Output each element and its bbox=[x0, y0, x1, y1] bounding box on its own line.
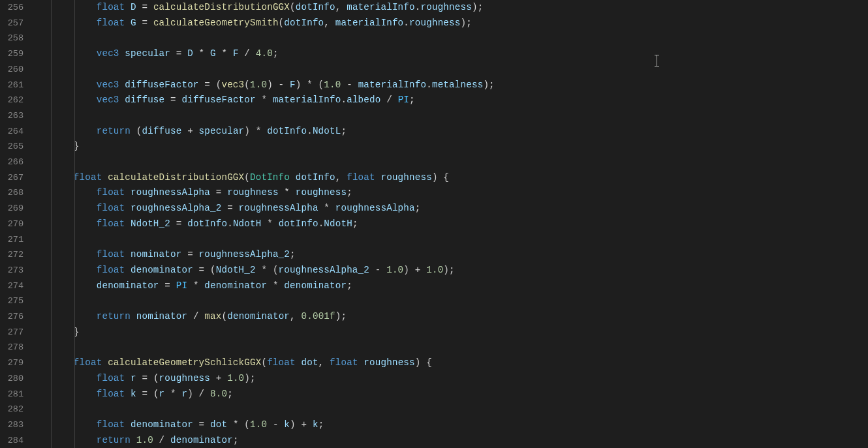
token: k bbox=[131, 389, 136, 399]
indent-guide bbox=[51, 0, 52, 448]
token: * bbox=[164, 389, 181, 399]
code-line[interactable]: float nominator = roughnessAlpha_2; bbox=[51, 247, 868, 263]
token: , bbox=[290, 311, 301, 321]
token: diffuseFactor bbox=[125, 80, 198, 90]
token: ); bbox=[483, 80, 494, 90]
token: ; bbox=[233, 435, 239, 445]
line-number-gutter: 2562572582592602612622632642652662672682… bbox=[0, 0, 35, 448]
token: D bbox=[131, 2, 136, 12]
code-content[interactable]: float D = calculateDistributionGGX(dotIn… bbox=[35, 0, 868, 448]
code-line[interactable]: float denominator = (NdotH_2 * (roughnes… bbox=[51, 263, 868, 278]
token: . bbox=[227, 218, 233, 229]
token: diffuse bbox=[142, 126, 181, 136]
token: roughnessAlpha_2 bbox=[279, 265, 369, 275]
token: * ( bbox=[227, 419, 250, 430]
code-line[interactable]: float roughnessAlpha_2 = roughnessAlpha … bbox=[51, 201, 868, 217]
token: } bbox=[51, 141, 80, 151]
token: ; bbox=[347, 280, 352, 291]
token: 1.0 bbox=[250, 419, 267, 430]
token: ; bbox=[415, 203, 421, 213]
token: F bbox=[290, 80, 296, 90]
token: dotInfo bbox=[279, 218, 318, 229]
code-line[interactable]: float r = (roughness + 1.0); bbox=[51, 371, 868, 387]
token: ; bbox=[352, 218, 358, 229]
token: ) { bbox=[415, 357, 432, 368]
token: = ( bbox=[193, 265, 216, 275]
code-line[interactable]: float roughnessAlpha = roughness * rough… bbox=[51, 185, 868, 201]
token: NdotH_2 bbox=[131, 218, 170, 229]
code-line[interactable]: denominator = PI * denominator * denomin… bbox=[51, 278, 868, 294]
token: materialInfo bbox=[358, 80, 427, 90]
code-line[interactable] bbox=[51, 293, 868, 309]
code-line[interactable]: vec3 diffuseFactor = (vec3(1.0) - F) * (… bbox=[51, 78, 868, 93]
token: DotInfo bbox=[250, 172, 290, 183]
token: return bbox=[97, 435, 131, 445]
code-line[interactable] bbox=[51, 340, 868, 355]
code-line[interactable]: vec3 diffuse = diffuseFactor * materialI… bbox=[51, 93, 868, 108]
code-line[interactable]: return nominator / max(denominator, 0.00… bbox=[51, 309, 868, 325]
code-line[interactable]: float NdotH_2 = dotInfo.NdotH * dotInfo.… bbox=[51, 217, 868, 232]
token: - bbox=[341, 80, 358, 90]
line-number: 261 bbox=[5, 78, 23, 93]
token: return bbox=[97, 126, 131, 136]
token: ( bbox=[244, 80, 250, 90]
code-editor[interactable]: 2562572582592602612622632642652662672682… bbox=[0, 0, 868, 448]
code-line[interactable]: float G = calculateGeometrySmith(dotInfo… bbox=[51, 16, 868, 31]
token: - bbox=[267, 419, 284, 430]
token: + bbox=[210, 373, 227, 383]
token bbox=[131, 311, 136, 321]
token: ) { bbox=[432, 172, 449, 183]
token bbox=[125, 218, 131, 229]
token: = ( bbox=[136, 389, 159, 399]
token: specular bbox=[199, 126, 245, 136]
token: float bbox=[97, 2, 125, 12]
token bbox=[51, 265, 97, 275]
line-number: 260 bbox=[5, 62, 23, 78]
token bbox=[51, 187, 97, 198]
code-line[interactable]: vec3 specular = D * G * F / 4.0; bbox=[51, 46, 868, 62]
token: ( bbox=[244, 172, 250, 183]
code-line[interactable] bbox=[51, 232, 868, 248]
line-number: 281 bbox=[5, 387, 23, 402]
token: float bbox=[97, 187, 125, 198]
code-line[interactable]: float denominator = dot * (1.0 - k) + k; bbox=[51, 417, 868, 433]
token bbox=[51, 95, 97, 105]
code-line[interactable]: float calculateGeometrySchlickGGX(float … bbox=[51, 355, 868, 371]
token: = bbox=[159, 280, 176, 291]
token: ( bbox=[261, 357, 267, 368]
code-line[interactable]: } bbox=[51, 139, 868, 155]
code-line[interactable] bbox=[51, 62, 868, 78]
token: = bbox=[181, 249, 198, 260]
token: ); bbox=[443, 265, 454, 275]
code-line[interactable]: return (diffuse + specular) * dotInfo.Nd… bbox=[51, 124, 868, 140]
code-line[interactable]: float calculateDistributionGGX(DotInfo d… bbox=[51, 170, 868, 186]
token: calculateDistributionGGX bbox=[153, 2, 290, 12]
token bbox=[125, 203, 131, 213]
token bbox=[102, 172, 108, 183]
token: NdotL bbox=[313, 126, 341, 136]
token: - bbox=[369, 265, 386, 275]
code-line[interactable] bbox=[51, 155, 868, 170]
indent-guide bbox=[74, 0, 75, 448]
token: ) * bbox=[244, 126, 267, 136]
token: k bbox=[313, 419, 318, 430]
code-line[interactable] bbox=[51, 108, 868, 124]
token: vec3 bbox=[221, 80, 244, 90]
token bbox=[102, 357, 108, 368]
token: D bbox=[187, 48, 193, 59]
token: denominator bbox=[170, 435, 233, 445]
token: 8.0 bbox=[210, 389, 227, 399]
token: PI bbox=[398, 95, 409, 105]
code-line[interactable]: float D = calculateDistributionGGX(dotIn… bbox=[51, 0, 868, 16]
code-line[interactable]: float k = (r * r) / 8.0; bbox=[51, 387, 868, 402]
token: ; bbox=[347, 187, 352, 198]
token: dotInfo bbox=[296, 172, 335, 183]
token: materialInfo bbox=[347, 2, 415, 12]
code-line[interactable]: } bbox=[51, 325, 868, 340]
code-line[interactable] bbox=[51, 402, 868, 417]
code-line[interactable] bbox=[51, 31, 868, 46]
token: ; bbox=[409, 95, 415, 105]
code-line[interactable]: return 1.0 / denominator; bbox=[51, 433, 868, 448]
token: = ( bbox=[136, 373, 159, 383]
token: materialInfo bbox=[273, 95, 341, 105]
